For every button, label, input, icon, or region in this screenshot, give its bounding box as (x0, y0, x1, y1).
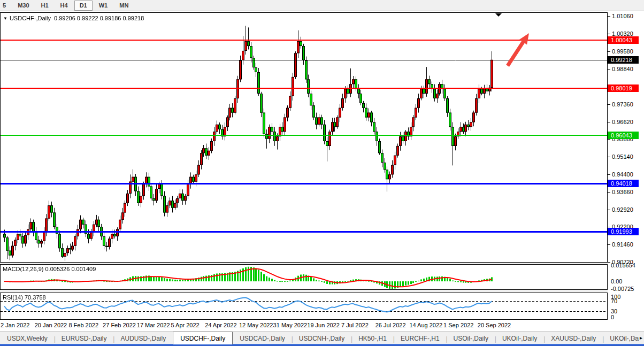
price-level-badge: 0.91993 (608, 228, 639, 235)
rsi-axis-label: 0 (608, 314, 644, 321)
price-chart-canvas[interactable] (1, 13, 607, 262)
symbol-tab-usdcad-daily[interactable]: USDCAD-,Daily| (233, 333, 292, 344)
price-tick-label: 0.93660 (608, 189, 644, 196)
timeframe-toolbar: 5M30H1H4D1W1MN (0, 0, 644, 11)
date-label: 8 Feb 2022 (68, 322, 98, 328)
chart-title: ▼USDCHF-,Daily 0.99206 0.99222 0.99186 0… (3, 15, 144, 21)
symbol-dropdown-icon[interactable]: ▼ (3, 16, 7, 21)
price-tick-label: 0.92920 (608, 206, 644, 213)
price-tick-label: 0.97360 (608, 101, 644, 108)
date-axis: 2 Jan 202220 Jan 20228 Feb 202227 Feb 20… (0, 320, 608, 331)
price-level-badge: 0.99218 (608, 56, 639, 64)
symbol-tab-usdx-weekly[interactable]: USDX,Weekly| (0, 333, 55, 344)
date-label: 12 May 2022 (239, 322, 273, 328)
price-tick-label: 0.99580 (608, 48, 644, 55)
timeframe-button-mn[interactable]: MN (114, 1, 134, 11)
date-label: 20 Sep 2022 (478, 322, 511, 328)
timeframe-button-m30[interactable]: M30 (12, 1, 34, 11)
price-tick-label: 0.98840 (608, 66, 644, 73)
trading-terminal-window: 5M30H1H4D1W1MN ▼USDCHF-,Daily 0.99206 0.… (0, 0, 644, 346)
date-label: 24 Apr 2022 (205, 322, 236, 328)
date-label: 1 Sep 2022 (443, 322, 473, 328)
date-label: 27 Feb 2022 (103, 322, 136, 328)
macd-label: MACD(12,26,9) 0.005326 0.001409 (3, 266, 96, 272)
symbol-tab-usoil-daily[interactable]: USOil-,Daily| (447, 333, 495, 344)
date-label: 20 Jan 2022 (35, 322, 67, 328)
date-label: 14 Aug 2022 (409, 322, 442, 328)
symbol-tab-xauusd-daily[interactable]: XAUUSD-,Daily| (544, 333, 603, 344)
date-label: 2 Jan 2022 (1, 322, 29, 328)
price-tick-label: 0.96620 (608, 119, 644, 126)
macd-axis-label: -0.00725 (608, 286, 644, 293)
date-label: 31 May 2022 (273, 322, 308, 328)
symbol-label: USDCHF-,Daily (10, 15, 51, 21)
symbol-tab-usdchf-daily[interactable]: USDCHF-,Daily (173, 332, 233, 344)
symbol-tab-audusd-daily[interactable]: AUDUSD-,Daily (113, 333, 173, 344)
window-bottom-edge (0, 344, 644, 346)
date-label: 5 Apr 2022 (171, 322, 200, 328)
rsi-label: RSI(14) 70.3758 (3, 294, 46, 301)
price-level-badge: 1.00043 (608, 36, 639, 44)
symbol-tab-eurchf-h1[interactable]: EURCHF-,H1| (394, 333, 447, 344)
price-tick-label: 1.01060 (608, 13, 644, 20)
price-tick-label: 0.94400 (608, 171, 644, 178)
date-label: 26 Jul 2022 (375, 322, 406, 328)
timeframe-button-h4[interactable]: H4 (55, 1, 73, 11)
price-axis[interactable]: 1.010601.003200.995800.988400.981000.973… (608, 11, 644, 332)
price-level-badge: 0.94018 (608, 180, 639, 187)
date-label: 17 Mar 2022 (137, 322, 170, 328)
symbol-tab-bar: USDX,Weekly|EURUSD-,Daily|AUDUSD-,DailyU… (0, 332, 644, 344)
tab-scroll-controls: ◂ ▸ (633, 335, 642, 341)
timeframe-button-w1[interactable]: W1 (94, 1, 113, 11)
ohlc-values: 0.99206 0.99222 0.99186 0.99218 (54, 15, 144, 21)
symbol-tab-hk50-h1[interactable]: HK50-,H1| (351, 333, 394, 344)
symbol-tab-ukoil-daily[interactable]: UKOil-,Daily| (495, 333, 544, 344)
rsi-canvas[interactable] (1, 293, 607, 319)
symbol-tab-eurusd-daily[interactable]: EURUSD-,Daily| (55, 333, 114, 344)
macd-pane: MACD(12,26,9) 0.005326 0.001409 (0, 264, 608, 290)
chart-region: ▼USDCHF-,Daily 0.99206 0.99222 0.99186 0… (0, 11, 644, 332)
tab-scroll-left-icon[interactable]: ◂ (633, 335, 635, 341)
date-label: 19 Jun 2022 (307, 322, 340, 328)
date-label: 7 Jul 2022 (341, 322, 369, 328)
timeframe-button-d1[interactable]: D1 (74, 1, 93, 11)
macd-axis-label: 0.015654 (608, 262, 644, 269)
symbol-tab-usdcnh-daily[interactable]: USDCNH-,Daily| (292, 333, 351, 344)
rsi-axis-label: 70 (608, 298, 644, 305)
rsi-pane: RSI(14) 70.3758 (0, 293, 608, 320)
timeframe-button-5[interactable]: 5 (1, 1, 11, 11)
price-level-badge: 0.96043 (608, 132, 639, 139)
price-tick-label: 0.95140 (608, 153, 644, 160)
tab-scroll-right-icon[interactable]: ▸ (640, 335, 642, 341)
timeframe-button-h1[interactable]: H1 (36, 1, 54, 11)
macd-axis-label: 0.00 (608, 278, 644, 285)
price-tick-label: 0.91460 (608, 241, 644, 248)
price-level-badge: 0.98019 (608, 84, 639, 92)
price-pane: ▼USDCHF-,Daily 0.99206 0.99222 0.99186 0… (0, 12, 608, 263)
